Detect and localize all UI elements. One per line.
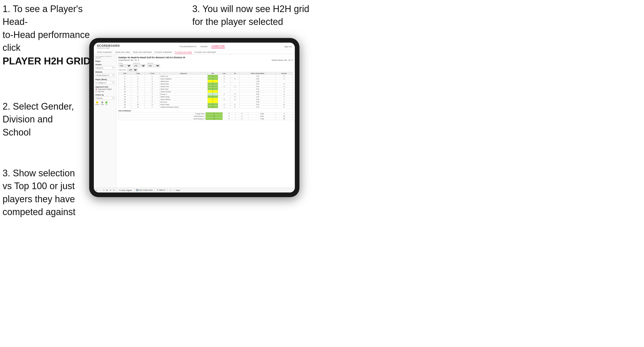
legend-down: Down (95, 101, 99, 105)
toolbar-updown[interactable]: ↕ (173, 189, 174, 191)
color-legend: Down Level Up (95, 101, 115, 105)
col-rounds: Rounds (276, 72, 293, 75)
filter-opponent-group: Opponent (All) (147, 62, 160, 67)
table-row: 6 3 3 Sydney Kuo 0 1 -1.00 (119, 80, 293, 83)
annotation-bottom-left: 3. Show selection vs Top 100 or just pla… (3, 167, 100, 219)
col-div: # Div (119, 72, 131, 75)
sidebar-gender-value[interactable]: Women's ▾ (95, 66, 115, 70)
logo-area: SCOREBOARD Powered by clippd (97, 44, 120, 49)
table-row: Foreign Team 1 0 0 4.500 2 (119, 112, 293, 115)
logo-text: SCOREBOARD (97, 44, 120, 47)
main-content: Last Updated: 27/03/2024 16:55:38 Player… (94, 54, 295, 188)
filter-region-label: Region (118, 62, 131, 64)
sidebar-colour-value[interactable]: Win/loss ▾ (95, 96, 115, 100)
nav-sign-out[interactable]: Sign out (284, 45, 292, 48)
col-diff: Diff Av Strokes/Rnd (239, 72, 276, 75)
toolbar-redo[interactable]: ↪ (103, 189, 105, 191)
sidebar-colour-label: Colour by (95, 94, 115, 96)
table-row: NCAA Division 2 5 0 0 7.400 10 (119, 118, 293, 120)
data-title: Katelyn Vo Head-to-Head Grid for Women's… (118, 56, 293, 59)
col-loss: Loss (218, 72, 230, 75)
nav-bar: SCOREBOARD Powered by clippd TOURNAMENTS… (94, 43, 295, 54)
toolbar-refresh[interactable]: ⟲ (109, 189, 111, 191)
tablet-frame: SCOREBOARD Powered by clippd TOURNAMENTS… (89, 38, 299, 197)
table-row: 10 6 3 Andrea York 2 0 0 4.00 4 (119, 85, 293, 88)
sub-player-summary[interactable]: PLAYER SUMMARY (155, 51, 172, 54)
table-row: 16 1 3 Jessica Mason 1 2 0 -0.94 7 (119, 98, 293, 101)
opponents-filter-select[interactable]: (All) (127, 68, 138, 71)
sub-player-h2h-heatmap[interactable]: PLAYER H2H HEATMAP (195, 51, 216, 54)
radio-dot-top100 (95, 91, 97, 92)
sidebar-division-value[interactable]: NCAA Division III ▾ (95, 73, 115, 77)
sidebar-player-rank-section: Player (Rank) 8. Katelyn Vo ▾ (95, 79, 115, 84)
filter-opponent-select[interactable]: (All) (147, 64, 160, 67)
table-row: 14 7 4 Eunice Yi 2 2 0 0.38 9 (119, 93, 293, 95)
table-row: 13 1 1 Jessica Huang 0 -3.00 2 (119, 90, 293, 93)
legend-dot-level (101, 101, 103, 103)
radio-top-100[interactable]: Top 100 (95, 91, 115, 92)
sub-team-h2h-grid[interactable]: TEAM H2H GRID (115, 51, 130, 54)
out-of-division-label: Out of division (118, 110, 293, 112)
col-tie: Tie (230, 72, 239, 75)
filter-opponent-label: Opponent (147, 62, 160, 64)
col-opponent: Opponent (160, 72, 208, 75)
legend-up: Up (105, 101, 107, 105)
toolbar-hex[interactable]: ⬡ (170, 189, 172, 191)
toolbar-timer[interactable]: ⏱ (113, 189, 115, 191)
toolbar-watch[interactable]: 👁 Watch ▾ (157, 189, 165, 191)
table-row: 9 1 4 Sharon Mun 1 3.67 3 (119, 83, 293, 85)
col-reg: # Reg (131, 72, 145, 75)
legend-level: Level (100, 101, 104, 105)
ood-tbody: Foreign Team 1 0 0 4.500 2 NAIA Division… (119, 112, 293, 120)
table-row: NAIA Division 1 15 0 0 9.267 30 (119, 115, 293, 118)
sidebar-division-label: Division (95, 71, 115, 73)
sidebar-gender-section: Gender Women's ▾ (95, 64, 115, 70)
annotation-mid-left: 2. Select Gender, Division and School (3, 100, 100, 139)
radio-dot-played (95, 88, 97, 90)
data-area: Katelyn Vo Head-to-Head Grid for Women's… (116, 54, 295, 188)
h2h-tbody: 3 1 1 Esther Lee 1 0 1.50 4 5 2 2 Alexis… (119, 75, 293, 108)
sidebar-gender-label: Gender (95, 64, 115, 65)
sidebar-division-section: Division NCAA Division III ▾ (95, 71, 115, 77)
sub-team-summary[interactable]: TEAM SUMMARY (97, 51, 113, 54)
toolbar-sep-2 (134, 189, 134, 192)
table-row: 20 11 7 Federica Domecq Lacroze 2 1 0 1.… (119, 106, 293, 108)
toolbar-sep-1 (117, 189, 117, 192)
filter-region-select[interactable]: (All) (118, 64, 131, 67)
table-row: 5 2 2 Alexis Sudjianto 1 0 0 4.00 3 (119, 78, 293, 80)
sidebar-player-label: Player (95, 60, 115, 62)
nav-committee[interactable]: COMMITTEE (211, 45, 225, 48)
filter-conference-select[interactable]: (All) (133, 64, 146, 67)
sidebar-opponent-view-label: Opponent view (95, 86, 115, 88)
h2h-table: # Div # Reg # Conf Opponent Win Loss Tie… (118, 72, 293, 108)
radio-opponents-played[interactable]: Opponents Played (95, 88, 115, 90)
toolbar-save-custom[interactable]: 💾 Save Custom View (136, 189, 153, 191)
col-win: Win (207, 72, 218, 75)
toolbar-view-original[interactable]: 👁 View: Original (119, 189, 132, 191)
table-row: 3 1 1 Esther Lee 1 0 1.50 4 (119, 75, 293, 78)
sub-team-h2h-heatmap[interactable]: TEAM H2H HEATMAP (133, 51, 152, 54)
tablet-screen: SCOREBOARD Powered by clippd TOURNAMENTS… (94, 43, 295, 192)
toolbar-undo[interactable]: ↩ (96, 189, 98, 191)
ood-table: Foreign Team 1 0 0 4.500 2 NAIA Division… (118, 112, 293, 120)
legend-dot-up (105, 101, 107, 103)
toolbar-grid[interactable]: ⊞ (106, 189, 108, 191)
toolbar-sep-4 (167, 189, 168, 192)
toolbar-share[interactable]: Share (176, 189, 180, 191)
sidebar-player-section: Player (95, 60, 115, 62)
bottom-toolbar: ↩ ← ↪ ⊞ ⟲ ⏱ 👁 View: Original 💾 Save Cust… (94, 188, 295, 192)
radio-group: Opponents Played Top 100 (95, 88, 115, 92)
sub-player-h2h-grid[interactable]: PLAYER H2H GRID (175, 51, 192, 54)
table-row: 11 2 5 Heejo Hyun 1 3.33 3 (119, 88, 293, 90)
logo-sub: Powered by clippd (97, 47, 120, 49)
table-header-row: # Div # Reg # Conf Opponent Win Loss Tie… (119, 72, 293, 75)
nav-teams[interactable]: TEAMS (200, 45, 208, 48)
sidebar-player-rank-label: Player (Rank) (95, 79, 115, 80)
filter-conference-group: Conference (All) (133, 62, 146, 67)
sidebar-colour-section: Colour by Win/loss ▾ (95, 94, 115, 100)
sidebar-player-rank-value[interactable]: 8. Katelyn Vo ▾ (95, 81, 115, 84)
nav-tournaments[interactable]: TOURNAMENTS (179, 45, 196, 48)
data-subtitle: Overall Record: 353 - 34 - 6 Division Re… (118, 59, 293, 61)
toolbar-back[interactable]: ← (99, 189, 101, 191)
col-conf: # Conf (145, 72, 159, 75)
